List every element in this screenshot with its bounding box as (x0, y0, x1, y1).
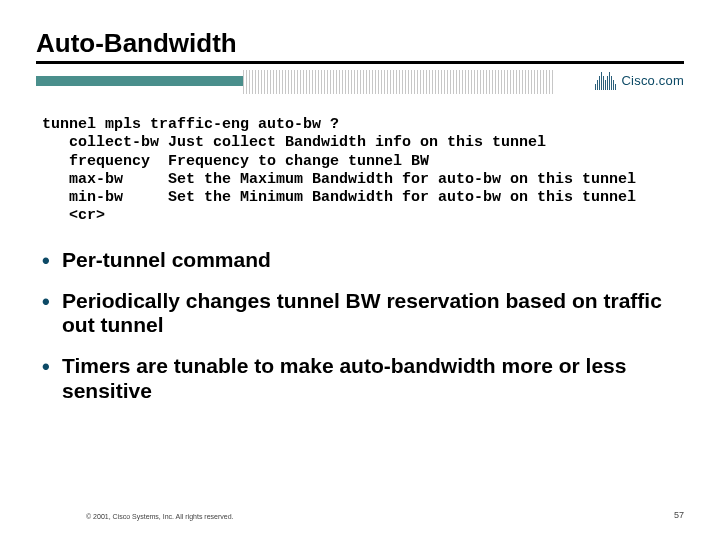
hatch-pattern (243, 70, 554, 94)
cli-opt: <cr> (69, 207, 105, 224)
bullet-item: Timers are tunable to make auto-bandwidt… (40, 354, 680, 404)
cli-desc: Frequency to change tunnel BW (168, 153, 429, 170)
footer-copyright: © 2001, Cisco Systems, Inc. All rights r… (86, 513, 234, 520)
cli-output: tunnel mpls traffic-eng auto-bw ? collec… (42, 116, 684, 226)
footer-page-number: 57 (674, 510, 684, 520)
bullet-list: Per-tunnel command Periodically changes … (36, 248, 684, 404)
cli-opt: max-bw (69, 171, 123, 188)
cli-opt: collect-bw (69, 134, 159, 151)
slide-title: Auto-Bandwidth (36, 28, 684, 59)
slide: Auto-Bandwidth Cisco.com tunnel mpls tra… (0, 0, 720, 540)
cli-desc: Just collect Bandwidth info on this tunn… (168, 134, 546, 151)
accent-stripe (36, 76, 243, 86)
cli-command: tunnel mpls traffic-eng auto-bw ? (42, 116, 339, 133)
cli-opt: min-bw (69, 189, 123, 206)
cli-desc: Set the Minimum Bandwidth for auto-bw on… (168, 189, 636, 206)
cisco-logo: Cisco.com (595, 70, 684, 90)
cisco-bridge-icon (595, 70, 616, 90)
brand-bar: Cisco.com (36, 66, 684, 102)
bullet-item: Per-tunnel command (40, 248, 680, 273)
cli-desc: Set the Maximum Bandwidth for auto-bw on… (168, 171, 636, 188)
logo-text: Cisco.com (622, 73, 684, 88)
title-underline (36, 61, 684, 64)
bullet-item: Periodically changes tunnel BW reservati… (40, 289, 680, 339)
cli-opt: frequency (69, 153, 150, 170)
